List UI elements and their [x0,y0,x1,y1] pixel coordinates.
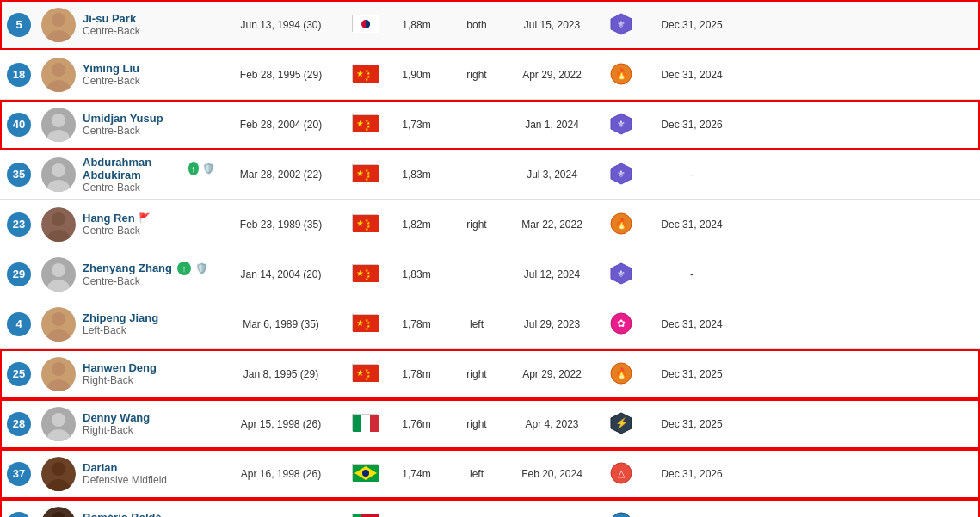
player-club-badge: ⚜ [597,261,644,288]
player-dob: Feb 23, 1989 (35) [219,218,343,231]
player-info-cell: Ji-su ParkCentre-Back [38,4,219,46]
svg-rect-79 [41,357,76,391]
player-number: 23 [0,212,38,237]
player-position: Centre-Back [83,275,208,287]
player-joined-date: Feb 20, 2024 [507,468,597,480]
player-club-badge: 🔥 [597,211,644,238]
table-row[interactable]: 35Abdurahman Abdukiram↑🛡️Centre-BackMar … [0,150,980,200]
table-row[interactable]: 11Romário BaldéLeft WingerDec 25, 1996 (… [0,499,980,517]
promotion-icon: ↑ [177,262,191,275]
svg-text:★: ★ [356,169,364,178]
avatar [41,457,76,491]
player-name[interactable]: Darlan [83,461,167,474]
player-info-cell: Hanwen DengRight-Back [38,354,219,395]
player-name[interactable]: Hanwen Deng [83,361,157,374]
player-contract-end: Dec 31, 2026 [644,119,739,131]
player-nationality-flag: ★★★★★ [343,214,386,235]
table-row[interactable]: 29Zhenyang Zhang↑🛡️Centre-BackJan 14, 20… [0,249,980,299]
svg-point-111 [611,513,632,518]
player-contract-end: Dec 31, 2024 [644,218,739,231]
player-number: 5 [0,13,38,37]
player-nationality-flag [343,514,386,518]
player-foot: both [447,19,507,31]
svg-text:⚜: ⚜ [617,169,626,179]
player-joined-date: Apr 4, 2023 [507,418,597,430]
player-position: Centre-Back [83,182,215,194]
player-foot: left [447,318,507,330]
player-height: 1,73m [386,119,447,131]
player-height: 1,78m [386,318,447,330]
table-row[interactable]: 5Ji-su ParkCentre-BackJun 13, 1994 (30)1… [0,0,980,50]
player-club-badge: 🔥 [597,360,644,388]
player-number: 28 [0,412,38,436]
player-dob: Jun 13, 1994 (30) [219,19,343,31]
svg-rect-67 [41,307,76,342]
club-badge-icon: ⚜ [608,261,634,286]
player-name[interactable]: Hang Ren🚩 [83,212,151,225]
player-name[interactable]: Ji-su Park [83,12,140,25]
table-row[interactable]: 4Zhipeng JiangLeft-BackMar 6, 1989 (35)★… [0,299,980,349]
player-foot: left [447,468,507,480]
avatar [41,58,76,92]
player-number: 11 [0,512,38,518]
player-name[interactable]: Abdurahman Abdukiram↑🛡️ [83,156,215,182]
player-height: 1,83m [386,268,447,280]
player-club-badge: ⚡ [597,410,644,438]
player-info-cell: Abdurahman Abdukiram↑🛡️Centre-Back [38,152,219,197]
player-joined-date: Jul 29, 2023 [507,318,597,330]
svg-point-101 [362,470,369,477]
table-row[interactable]: 40Umidjan YusupCentre-BackFeb 28, 2004 (… [0,100,980,150]
player-dob: Feb 28, 1995 (29) [219,69,343,81]
player-dob: Mar 28, 2002 (22) [219,169,343,181]
player-height: 1,83m [386,169,447,181]
player-nationality-flag: ★★★★★ [343,164,386,185]
table-row[interactable]: 25Hanwen DengRight-BackJan 8, 1995 (29)★… [0,349,980,399]
promotion-icon: ↑ [188,162,199,175]
club-badge-small-icon: 🛡️ [194,262,208,275]
player-info-cell: DarlanDefensive Midfield [38,453,219,495]
svg-point-89 [52,413,65,427]
player-name[interactable]: Umidjan Yusup [83,112,163,125]
player-contract-end: Dec 31, 2026 [644,468,739,480]
table-row[interactable]: 37DarlanDefensive MidfieldApr 16, 1998 (… [0,449,980,499]
player-name[interactable]: Zhipeng Jiang [83,311,158,324]
svg-text:★: ★ [356,368,364,378]
player-nationality-flag: ★★★★★ [343,314,386,335]
player-name[interactable]: Denny Wang [83,411,150,424]
flag-icon: ★★★★★ [352,264,378,281]
club-badge-icon: ⚓ [608,510,634,518]
player-name[interactable]: Zhenyang Zhang↑🛡️ [83,262,208,275]
svg-rect-93 [370,415,379,432]
player-contract-end: Dec 31, 2024 [644,318,739,330]
svg-text:⚜: ⚜ [617,119,626,129]
player-height: 1,82m [386,218,447,231]
avatar [41,407,76,441]
avatar [41,357,76,391]
player-contract-end: Dec 31, 2025 [644,368,739,380]
table-row[interactable]: 28Denny WangRight-BackApr 15, 1998 (26)1… [0,399,980,449]
club-badge-icon: ✿ [608,311,634,336]
player-info-cell: Romário BaldéLeft Winger [38,503,219,518]
player-height: 1,76m [386,418,447,430]
club-badge-icon: 🔥 [608,211,634,237]
player-info-cell: Denny WangRight-Back [38,403,219,445]
club-badge-icon: ⚡ [608,410,634,436]
player-contract-end: Dec 31, 2024 [644,69,739,81]
flag-icon [352,514,378,518]
table-row[interactable]: 18Yiming LiuCentre-BackFeb 28, 1995 (29)… [0,50,980,100]
player-number: 4 [0,312,38,336]
svg-point-21 [52,114,65,127]
flag-icon [352,15,378,32]
player-joined-date: Jul 15, 2023 [507,19,597,31]
svg-text:★: ★ [356,119,364,128]
player-position: Right-Back [83,424,150,436]
player-name[interactable]: Romário Baldé [83,511,162,517]
table-row[interactable]: 23Hang Ren🚩Centre-BackFeb 23, 1989 (35)★… [0,200,980,249]
player-height: 1,74m [386,468,447,480]
svg-text:⚡: ⚡ [614,416,627,429]
player-name[interactable]: Yiming Liu [83,62,140,75]
player-nationality-flag: ★★★★★ [343,114,386,135]
player-position: Centre-Back [83,125,163,137]
player-dob: Jan 8, 1995 (29) [219,368,343,380]
player-contract-end: - [644,169,739,181]
